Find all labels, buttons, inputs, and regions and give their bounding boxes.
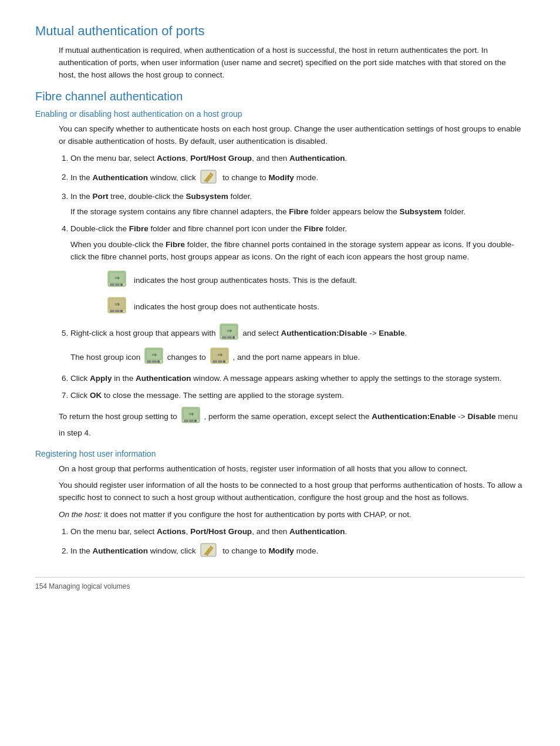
registering-para2: You should register user information of … [59, 480, 525, 504]
reg-step1-bold1: Actions [157, 527, 186, 536]
icon-desc-auth: indicates the host group authenticates h… [134, 275, 357, 287]
registering-para1: On a host group that performs authentica… [59, 463, 525, 475]
svg-rect-7 [110, 283, 114, 286]
svg-rect-38 [189, 420, 194, 422]
step3-note-bold1: Fibre [289, 207, 308, 216]
return-bold2: Disable [467, 412, 495, 421]
registering-subsection: Registering host user information On a h… [35, 449, 525, 560]
svg-rect-21 [232, 336, 235, 339]
fibre-channel-section: Fibre channel authentication Enabling or… [35, 90, 525, 559]
registering-steps-list: On the menu bar, select Actions, Port/Ho… [70, 526, 525, 559]
svg-rect-37 [184, 420, 188, 422]
step-7: Click OK to close the message. The setti… [70, 390, 525, 402]
svg-rect-9 [120, 283, 123, 286]
svg-rect-31 [212, 360, 217, 363]
svg-rect-26 [152, 360, 157, 363]
svg-rect-33 [223, 360, 225, 363]
step4-bold1: Fibre [129, 224, 149, 233]
registering-subtitle: Registering host user information [35, 449, 525, 458]
svg-text:⇒: ⇒ [114, 274, 120, 281]
step7-bold1: OK [90, 391, 102, 400]
svg-rect-39 [194, 420, 197, 422]
step4-bold2: Fibre [304, 224, 323, 233]
step4-note: When you double-click the Fibre folder, … [70, 239, 525, 264]
svg-rect-32 [218, 360, 222, 363]
step5-note: The host group icon ⇒ changes to [70, 347, 525, 368]
svg-rect-20 [227, 336, 232, 339]
step4-note-bold: Fibre [166, 240, 185, 249]
reg-step2-bold1: Authentication [93, 546, 149, 555]
step1-bold1: Actions [157, 154, 186, 163]
icon-desc-noauth: indicates the host group does not authen… [134, 301, 319, 313]
step3-bold2: Subsystem [186, 192, 228, 201]
step2-bold2: Modify [268, 173, 294, 181]
svg-text:⇒: ⇒ [114, 301, 120, 308]
svg-rect-15 [120, 310, 123, 312]
step-5: Right-click a host group that appears wi… [70, 323, 525, 368]
enabling-steps-list: On the menu bar, select Actions, Port/Ho… [70, 153, 525, 402]
svg-rect-19 [222, 336, 227, 339]
enabling-disabling-subsection: Enabling or disabling host authenticatio… [35, 109, 525, 440]
icon-desc-noauth-row: ⇒ indicates the host group does not auth… [106, 297, 525, 318]
svg-rect-8 [115, 283, 120, 286]
reg-pencil-icon [200, 543, 219, 559]
registering-para3: On the host: it does not matter if you c… [59, 509, 525, 521]
step-3: In the Port tree, double-click the Subsy… [70, 191, 525, 219]
svg-rect-14 [115, 310, 120, 312]
step5-note-icon2: ⇒ [210, 347, 229, 368]
step5-bold2: Enable [379, 329, 404, 337]
step5-note-noauth-svg: ⇒ [210, 347, 229, 364]
step3-bold1: Port [93, 192, 109, 201]
footer-text: 154 Managing logical volumes [35, 582, 130, 590]
reg-pencil-svg [200, 543, 217, 557]
step3-note-bold2: Subsystem [400, 207, 442, 216]
step5-auth-icon: ⇒ [220, 323, 238, 344]
icon-desc-auth-row: ⇒ indicates the host group authenticates… [106, 271, 525, 291]
step-4: Double-click the Fibre folder and fibre … [70, 223, 525, 318]
step1-bold2: Port/Host Group [190, 154, 252, 163]
step6-bold1: Apply [90, 374, 112, 383]
svg-text:⇒: ⇒ [151, 351, 157, 358]
svg-text:⇒: ⇒ [188, 410, 193, 417]
enabling-intro: You can specify whether to authenticate … [59, 123, 525, 148]
return-note-auth-svg: ⇒ [181, 407, 200, 423]
mutual-auth-section: Mutual authentication of ports If mutual… [35, 23, 525, 82]
step5-note-icon1: ⇒ [144, 347, 163, 368]
reg-step-1: On the menu bar, select Actions, Port/Ho… [70, 526, 525, 538]
step3-note: If the storage system contains any fibre… [70, 206, 525, 218]
step-1: On the menu bar, select Actions, Port/Ho… [70, 153, 525, 165]
step5-bold1: Authentication:Disable [281, 329, 367, 337]
step-2: In the Authentication window, click to c… [70, 170, 525, 186]
mutual-auth-body: If mutual authentication is required, wh… [59, 45, 525, 82]
noauth-icon-svg: ⇒ [107, 297, 126, 313]
enabling-disabling-subtitle: Enabling or disabling host authenticatio… [35, 109, 525, 119]
svg-rect-27 [157, 360, 160, 363]
step5-auth-svg: ⇒ [220, 323, 238, 340]
pencil-icon-svg [200, 170, 217, 184]
step5-note-auth-svg: ⇒ [144, 347, 163, 364]
pencil-icon [200, 170, 219, 186]
reg-step1-bold2: Port/Host Group [190, 527, 252, 536]
reg-step2-bold2: Modify [268, 546, 294, 555]
svg-rect-25 [147, 360, 151, 363]
step-6: Click Apply in the Authentication window… [70, 373, 525, 385]
reg-step1-bold3: Authentication [289, 527, 345, 536]
registering-para3-rest: it does not matter if you configure the … [104, 510, 411, 519]
svg-text:⇒: ⇒ [217, 351, 222, 358]
noauth-host-icon: ⇒ [107, 297, 126, 318]
registering-para3-italic: On the host: [59, 510, 102, 519]
step1-bold3: Authentication [289, 154, 345, 163]
reg-step-2: In the Authentication window, click to c… [70, 543, 525, 559]
step2-bold1: Authentication [93, 173, 149, 181]
step6-bold2: Authentication [136, 374, 191, 383]
footer: 154 Managing logical volumes [35, 577, 525, 590]
fibre-channel-title: Fibre channel authentication [35, 90, 525, 103]
mutual-auth-title: Mutual authentication of ports [35, 23, 525, 39]
return-note-icon: ⇒ [181, 407, 200, 427]
svg-rect-13 [110, 310, 114, 312]
svg-text:⇒: ⇒ [227, 327, 232, 334]
return-bold1: Authentication:Enable [372, 412, 456, 421]
auth-host-icon: ⇒ [107, 271, 126, 291]
auth-icon-svg: ⇒ [107, 271, 126, 287]
mutual-auth-text: If mutual authentication is required, wh… [59, 46, 506, 79]
